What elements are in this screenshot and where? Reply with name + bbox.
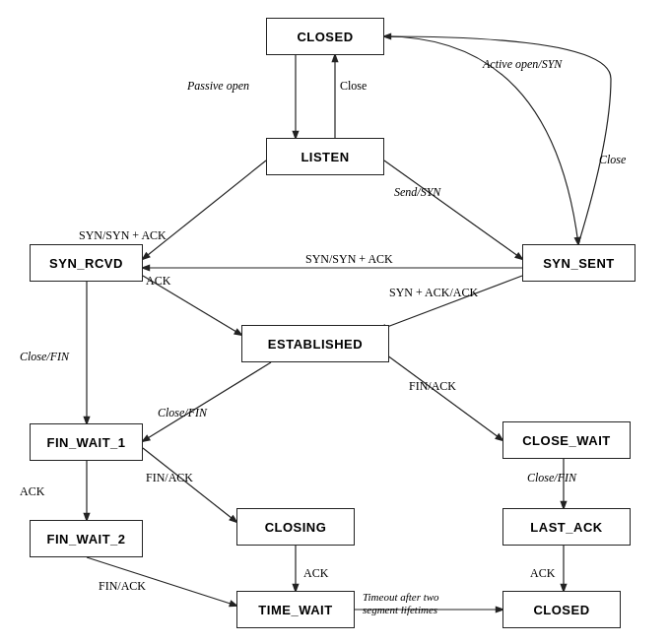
- svg-line-3: [143, 161, 266, 259]
- label-fin-ack-fin-wait1: FIN/ACK: [146, 471, 193, 485]
- label-close-fin-left: Close/FIN: [20, 350, 69, 364]
- label-syn-syn-ack-right: SYN/SYN + ACK: [305, 252, 393, 267]
- state-closing: CLOSING: [236, 508, 355, 546]
- label-ack-last-ack: ACK: [530, 566, 555, 581]
- label-syn-ack-ack: SYN + ACK/ACK: [389, 286, 478, 300]
- label-timeout2: segment lifetimes: [363, 604, 437, 615]
- label-passive-open: Passive open: [187, 79, 249, 94]
- label-close-right: Close: [599, 153, 626, 167]
- state-closed-top: CLOSED: [266, 18, 384, 55]
- label-close-fin-established: Close/FIN: [158, 406, 207, 420]
- state-time-wait: TIME_WAIT: [236, 591, 355, 628]
- svg-line-2: [384, 161, 522, 259]
- label-close-fin-close-wait: Close/FIN: [527, 471, 576, 485]
- state-fin-wait-1: FIN_WAIT_1: [30, 423, 143, 461]
- svg-line-5: [379, 276, 522, 330]
- state-syn-sent: SYN_SENT: [522, 244, 636, 282]
- label-fin-ack-fin-wait2: FIN/ACK: [99, 579, 146, 594]
- svg-line-11: [143, 448, 236, 522]
- label-timeout: Timeout after two: [363, 591, 439, 603]
- tcp-state-diagram: CLOSED LISTEN SYN_RCVD SYN_SENT ESTABLIS…: [0, 0, 669, 644]
- svg-line-12: [87, 557, 236, 606]
- label-fin-ack-right: FIN/ACK: [409, 379, 456, 394]
- label-send-syn: Send/SYN: [394, 185, 440, 200]
- label-ack-left: ACK: [146, 274, 170, 289]
- label-active-open-syn: Active open/SYN: [483, 57, 562, 72]
- label-syn-syn-ack-left: SYN/SYN + ACK: [79, 228, 167, 243]
- svg-line-9: [143, 362, 271, 441]
- state-close-wait: CLOSE_WAIT: [502, 421, 631, 459]
- state-closed-bottom: CLOSED: [502, 591, 621, 628]
- state-syn-rcvd: SYN_RCVD: [30, 244, 143, 282]
- label-close-top: Close: [340, 79, 367, 94]
- svg-line-6: [143, 276, 241, 335]
- state-established: ESTABLISHED: [241, 325, 389, 362]
- state-fin-wait-2: FIN_WAIT_2: [30, 520, 143, 557]
- svg-line-8: [379, 350, 502, 440]
- label-ack-closing: ACK: [303, 566, 328, 581]
- state-listen: LISTEN: [266, 138, 384, 175]
- label-ack-fin-wait1: ACK: [20, 484, 44, 499]
- state-last-ack: LAST_ACK: [502, 508, 631, 546]
